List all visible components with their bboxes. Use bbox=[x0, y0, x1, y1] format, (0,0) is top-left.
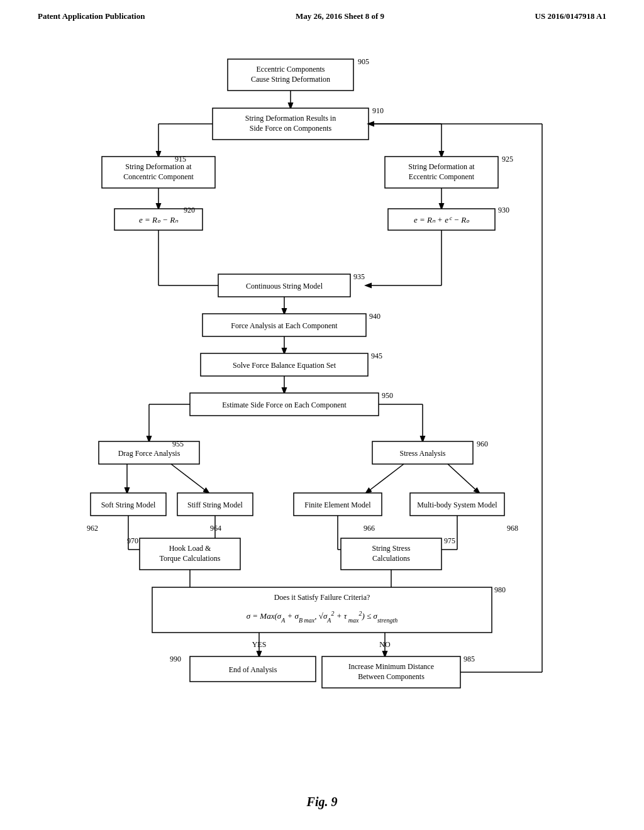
svg-text:Hook Load &: Hook Load & bbox=[169, 544, 211, 553]
fig-label: Fig. 9 bbox=[0, 795, 644, 809]
svg-text:Side Force on Components: Side Force on Components bbox=[250, 124, 332, 133]
flowchart: Eccentric Components Cause String Deform… bbox=[52, 40, 592, 776]
svg-text:925: 925 bbox=[502, 155, 513, 163]
svg-text:String Deformation at: String Deformation at bbox=[408, 162, 475, 171]
svg-text:905: 905 bbox=[358, 57, 369, 66]
svg-text:968: 968 bbox=[507, 524, 518, 533]
svg-text:955: 955 bbox=[172, 440, 184, 448]
svg-text:Force Analysis at Each Compone: Force Analysis at Each Component bbox=[231, 321, 338, 330]
svg-text:End of Analysis: End of Analysis bbox=[229, 665, 277, 674]
diagram-container: Eccentric Components Cause String Deform… bbox=[0, 28, 644, 788]
svg-text:915: 915 bbox=[175, 155, 186, 163]
svg-text:950: 950 bbox=[382, 391, 393, 400]
svg-text:Stiff String Model: Stiff String Model bbox=[187, 501, 243, 509]
svg-text:e = Rₒ − Rₙ: e = Rₒ − Rₙ bbox=[139, 215, 179, 224]
svg-text:Continuous String Model: Continuous String Model bbox=[246, 282, 323, 290]
svg-text:910: 910 bbox=[372, 106, 384, 115]
svg-text:920: 920 bbox=[184, 206, 195, 214]
svg-text:980: 980 bbox=[494, 585, 506, 594]
svg-text:Solve Force Balance Equation S: Solve Force Balance Equation Set bbox=[233, 361, 336, 370]
svg-text:935: 935 bbox=[353, 272, 365, 281]
svg-text:Calculations: Calculations bbox=[372, 554, 410, 563]
svg-text:Concentric Component: Concentric Component bbox=[123, 172, 194, 181]
svg-text:Drag Force Analysis: Drag Force Analysis bbox=[118, 449, 180, 458]
header-right: US 2016/0147918 A1 bbox=[535, 11, 606, 21]
svg-text:String Deformation Results in: String Deformation Results in bbox=[245, 114, 336, 123]
svg-text:966: 966 bbox=[364, 524, 375, 533]
svg-line-59 bbox=[171, 464, 209, 493]
svg-text:Torque Calculations: Torque Calculations bbox=[160, 554, 221, 563]
svg-text:Does it Satisfy Failure Criter: Does it Satisfy Failure Criteria? bbox=[274, 593, 370, 602]
svg-text:String Stress: String Stress bbox=[372, 544, 410, 553]
svg-line-60 bbox=[366, 464, 404, 493]
svg-text:930: 930 bbox=[498, 206, 509, 214]
svg-text:Eccentric Component: Eccentric Component bbox=[409, 172, 475, 181]
svg-text:Eccentric Components: Eccentric Components bbox=[257, 65, 325, 74]
svg-text:Finite Element Model: Finite Element Model bbox=[304, 501, 371, 509]
svg-text:String Deformation at: String Deformation at bbox=[125, 162, 192, 171]
svg-text:975: 975 bbox=[444, 536, 455, 545]
svg-text:Increase Minimum Distance: Increase Minimum Distance bbox=[348, 662, 434, 671]
header-center: May 26, 2016 Sheet 8 of 9 bbox=[296, 11, 384, 21]
svg-text:970: 970 bbox=[127, 536, 138, 545]
svg-text:960: 960 bbox=[477, 440, 488, 448]
svg-text:Multi-body System Model: Multi-body System Model bbox=[417, 501, 497, 509]
svg-text:Cause String Deformation: Cause String Deformation bbox=[251, 75, 330, 84]
svg-line-61 bbox=[448, 464, 479, 493]
svg-text:Stress Analysis: Stress Analysis bbox=[399, 449, 445, 458]
svg-text:Between Components: Between Components bbox=[358, 672, 425, 681]
svg-text:Estimate Side Force on Each Co: Estimate Side Force on Each Component bbox=[222, 401, 347, 409]
svg-text:964: 964 bbox=[210, 524, 221, 533]
svg-text:e = Rₙ + eᶜ − Rₒ: e = Rₙ + eᶜ − Rₒ bbox=[414, 215, 470, 224]
svg-text:Soft String Model: Soft String Model bbox=[101, 501, 156, 509]
svg-text:990: 990 bbox=[170, 655, 181, 663]
svg-text:945: 945 bbox=[371, 351, 382, 360]
svg-text:962: 962 bbox=[87, 524, 98, 533]
svg-text:940: 940 bbox=[369, 312, 380, 321]
header-left: Patent Application Publication bbox=[38, 11, 145, 21]
svg-text:985: 985 bbox=[464, 655, 475, 663]
page-header: Patent Application Publication May 26, 2… bbox=[0, 0, 644, 28]
